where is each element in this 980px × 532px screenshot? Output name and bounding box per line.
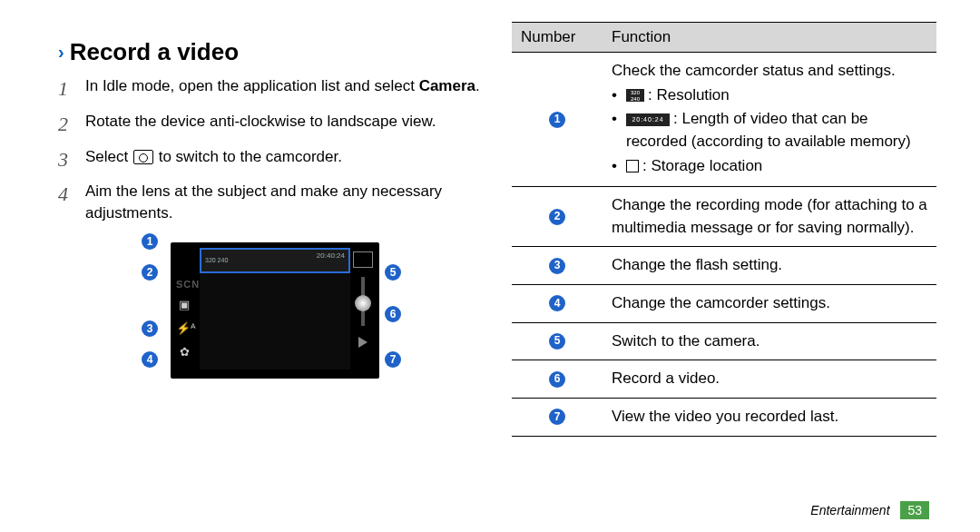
table-row: 5 Switch to the camera. — [512, 322, 936, 360]
table-head-row: Number Function — [512, 23, 936, 53]
row-intro: Check the camcorder status and settings. — [612, 60, 927, 83]
bullet: : Storage location — [612, 155, 927, 178]
page: › Record a video 1 In Idle mode, open th… — [0, 0, 980, 532]
viewport — [200, 273, 350, 369]
footer-page: 53 — [900, 501, 929, 519]
mode-icon: ▣ — [176, 297, 192, 313]
row-bullets: 320 240: Resolution 20:40:24: Length of … — [612, 84, 927, 178]
callout-3: 3 — [142, 320, 158, 337]
step-list: 1 In Idle mode, open the application lis… — [58, 75, 483, 224]
row-function: Switch to the camera. — [603, 322, 936, 360]
time-icon: 20:40:24 — [626, 113, 670, 126]
step-text: Rotate the device anti-clockwise to land… — [85, 111, 436, 133]
topbar-resolution: 320 240 — [201, 255, 231, 265]
head-function: Function — [603, 23, 936, 53]
step-number: 3 — [58, 146, 78, 174]
left-column: › Record a video 1 In Idle mode, open th… — [44, 22, 497, 521]
row-badge: 3 — [549, 258, 565, 274]
table-row: 7 View the video you recorded last. — [512, 399, 936, 437]
row-badge: 5 — [549, 333, 565, 350]
callout-5: 5 — [385, 264, 401, 281]
callout-1: 1 — [142, 233, 158, 250]
callout-7: 7 — [385, 351, 401, 368]
camcorder-screen: 320 240 20:40:24 SCN ▣ ⚡ᴬ ✿ — [171, 242, 379, 379]
step-1: 1 In Idle mode, open the application lis… — [58, 75, 483, 103]
section-heading: › Record a video — [58, 38, 483, 66]
table-row: 1 Check the camcorder status and setting… — [512, 53, 936, 187]
callout-6: 6 — [385, 306, 401, 322]
right-icons — [352, 251, 374, 348]
page-footer: Entertainment 53 — [810, 503, 929, 517]
camera-icon — [133, 150, 153, 164]
record-slider-icon — [361, 277, 365, 326]
step-2: 2 Rotate the device anti-clockwise to la… — [58, 111, 483, 139]
bullet: 20:40:24: Length of video that can be re… — [612, 108, 927, 153]
resolution-icon: 320 240 — [626, 89, 644, 102]
step-4: 4 Aim the lens at the subject and make a… — [58, 181, 483, 224]
bullet: 320 240: Resolution — [612, 84, 927, 107]
table-row: 4 Change the camcorder settings. — [512, 285, 936, 323]
step-text: In Idle mode, open the application list … — [85, 75, 480, 97]
row-badge: 4 — [549, 295, 565, 311]
gear-icon: ✿ — [176, 344, 192, 360]
callout-4: 4 — [142, 351, 158, 368]
camcorder-topbar: 320 240 20:40:24 — [200, 248, 350, 273]
topbar-time: 20:40:24 — [313, 250, 348, 261]
chevron-right-icon: › — [58, 42, 64, 63]
row-function: Check the camcorder status and settings.… — [603, 53, 936, 187]
flash-icon: ⚡ᴬ — [176, 320, 192, 337]
table-row: 6 Record a video. — [512, 360, 936, 399]
step-3: 3 Select to switch to the camcorder. — [58, 146, 483, 174]
table-row: 2 Change the recording mode (for attachi… — [512, 187, 936, 247]
step-number: 2 — [58, 111, 78, 139]
row-function: Change the recording mode (for attaching… — [603, 187, 936, 247]
row-function: Record a video. — [603, 360, 936, 399]
row-function: Change the flash setting. — [603, 247, 936, 285]
step-text: Aim the lens at the subject and make any… — [85, 181, 483, 224]
callout-2: 2 — [142, 264, 158, 281]
heading-text: Record a video — [70, 38, 239, 66]
switch-camera-icon — [353, 251, 373, 268]
function-table: Number Function 1 Check the camcorder st… — [512, 22, 936, 437]
right-column: Number Function 1 Check the camcorder st… — [497, 22, 951, 521]
storage-icon — [626, 160, 639, 172]
table-row: 3 Change the flash setting. — [512, 247, 936, 285]
scn-label: SCN — [176, 279, 200, 290]
step-number: 4 — [58, 181, 78, 209]
camcorder-figure: 320 240 20:40:24 SCN ▣ ⚡ᴬ ✿ 1 2 3 — [116, 233, 425, 415]
footer-section: Entertainment — [810, 503, 889, 517]
left-icons: ▣ ⚡ᴬ ✿ — [176, 297, 192, 360]
play-icon — [358, 337, 368, 348]
row-badge: 2 — [549, 209, 565, 225]
row-function: Change the camcorder settings. — [603, 285, 936, 323]
step-text: Select to switch to the camcorder. — [85, 146, 342, 168]
head-number: Number — [512, 23, 603, 53]
row-badge: 7 — [549, 409, 565, 425]
row-badge: 1 — [549, 112, 565, 128]
row-function: View the video you recorded last. — [603, 399, 936, 437]
row-badge: 6 — [549, 371, 565, 388]
step-number: 1 — [58, 75, 78, 103]
